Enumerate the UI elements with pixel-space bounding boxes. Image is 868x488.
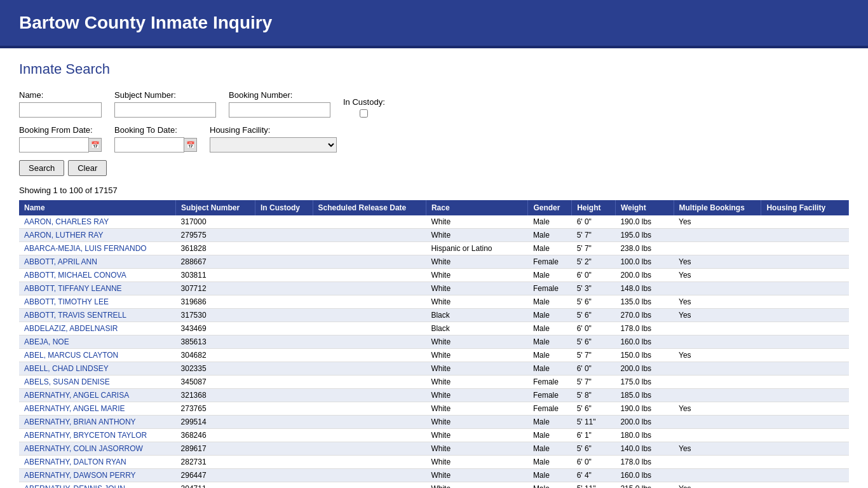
- inmate-link[interactable]: ABBOTT, MICHAEL CONOVA: [24, 271, 126, 280]
- page-title: Inmate Search: [19, 61, 849, 78]
- cell-height: 5' 6": [572, 295, 616, 309]
- housing-select[interactable]: [210, 137, 337, 152]
- inmate-link[interactable]: ABBOTT, TRAVIS SENTRELL: [24, 311, 126, 320]
- cell-custody: [255, 295, 313, 309]
- cell-multi: [674, 416, 761, 429]
- table-row: ABERNATHY, BRYCETON TAYLOR368246WhiteMal…: [19, 429, 849, 442]
- cell-housing: [761, 215, 849, 229]
- booking-from-label: Booking From Date:: [19, 125, 102, 135]
- booking-from-calendar-icon[interactable]: 📅: [89, 138, 102, 152]
- table-row: ABEL, MARCUS CLAYTON304682WhiteMale5' 7"…: [19, 349, 849, 362]
- inmate-link[interactable]: ABERNATHY, BRYCETON TAYLOR: [24, 431, 147, 440]
- cell-housing: [761, 282, 849, 295]
- inmate-link[interactable]: ABERNATHY, DENNIS JOHN: [24, 484, 125, 488]
- cell-race: White: [426, 402, 527, 416]
- table-row: ABERNATHY, DENNIS JOHN304711WhiteMale5' …: [19, 482, 849, 489]
- booking-to-calendar-icon[interactable]: 📅: [184, 138, 197, 152]
- cell-gender: Male: [528, 416, 572, 429]
- cell-custody: [255, 469, 313, 482]
- clear-button[interactable]: Clear: [68, 160, 107, 176]
- inmate-link[interactable]: ABBOTT, APRIL ANN: [24, 257, 97, 266]
- inmate-link[interactable]: ABERNATHY, DAWSON PERRY: [24, 471, 136, 480]
- cell-weight: 160.0 lbs: [615, 336, 674, 349]
- cell-release: [313, 456, 426, 469]
- cell-gender: Male: [528, 242, 572, 255]
- cell-subject: 303811: [176, 269, 255, 282]
- inmate-link[interactable]: ABDELAZIZ, ABDELNASIR: [24, 324, 118, 333]
- inmate-link[interactable]: ABEJA, NOE: [24, 337, 69, 346]
- cell-height: 5' 7": [572, 229, 616, 242]
- cell-race: White: [426, 482, 527, 489]
- booking-to-input[interactable]: [114, 137, 184, 152]
- cell-name: ABERNATHY, COLIN JASORROW: [19, 442, 176, 456]
- custody-group: In Custody:: [343, 97, 385, 118]
- cell-name: ABERNATHY, BRYCETON TAYLOR: [19, 429, 176, 442]
- subject-label: Subject Number:: [114, 90, 216, 100]
- inmate-link[interactable]: ABELS, SUSAN DENISE: [24, 377, 110, 386]
- cell-multi: Yes: [674, 349, 761, 362]
- cell-race: White: [426, 469, 527, 482]
- cell-housing: [761, 376, 849, 389]
- cell-release: [313, 295, 426, 309]
- cell-housing: [761, 229, 849, 242]
- cell-housing: [761, 336, 849, 349]
- cell-gender: Female: [528, 255, 572, 269]
- inmate-link[interactable]: ABERNATHY, ANGEL MARIE: [24, 404, 125, 413]
- cell-housing: [761, 469, 849, 482]
- inmate-link[interactable]: ABERNATHY, BRIAN ANTHONY: [24, 417, 136, 426]
- search-form: Name: Subject Number: Booking Number: In…: [19, 90, 849, 176]
- cell-custody: [255, 255, 313, 269]
- inmate-link[interactable]: ABERNATHY, COLIN JASORROW: [24, 444, 143, 453]
- inmate-link[interactable]: ABBOTT, TIFFANY LEANNE: [24, 284, 122, 293]
- table-row: ABERNATHY, ANGEL CARISA321368WhiteFemale…: [19, 389, 849, 402]
- inmate-link[interactable]: ABERNATHY, DALTON RYAN: [24, 458, 126, 466]
- cell-name: AARON, LUTHER RAY: [19, 229, 176, 242]
- cell-name: ABERNATHY, DAWSON PERRY: [19, 469, 176, 482]
- cell-custody: [255, 282, 313, 295]
- cell-subject: 319686: [176, 295, 255, 309]
- cell-height: 5' 6": [572, 336, 616, 349]
- name-input[interactable]: [19, 102, 102, 118]
- cell-release: [313, 389, 426, 402]
- inmate-link[interactable]: ABEL, MARCUS CLAYTON: [24, 351, 118, 360]
- search-button[interactable]: Search: [19, 160, 64, 176]
- cell-custody: [255, 242, 313, 255]
- cell-name: ABELS, SUSAN DENISE: [19, 376, 176, 389]
- cell-race: White: [426, 336, 527, 349]
- booking-from-input[interactable]: [19, 137, 89, 152]
- cell-weight: 100.0 lbs: [615, 255, 674, 269]
- cell-gender: Male: [528, 229, 572, 242]
- inmate-link[interactable]: ABELL, CHAD LINDSEY: [24, 364, 109, 373]
- inmate-link[interactable]: ABERNATHY, ANGEL CARISA: [24, 391, 129, 400]
- cell-release: [313, 442, 426, 456]
- cell-subject: 368246: [176, 429, 255, 442]
- cell-name: ABERNATHY, DENNIS JOHN: [19, 482, 176, 489]
- inmate-link[interactable]: AARON, LUTHER RAY: [24, 231, 103, 240]
- cell-weight: 178.0 lbs: [615, 322, 674, 336]
- booking-to-wrap: 📅: [114, 137, 197, 152]
- cell-release: [313, 416, 426, 429]
- cell-weight: 190.0 lbs: [615, 215, 674, 229]
- cell-gender: Male: [528, 429, 572, 442]
- cell-release: [313, 322, 426, 336]
- cell-height: 5' 11": [572, 416, 616, 429]
- inmate-link[interactable]: AARON, CHARLES RAY: [24, 217, 109, 226]
- custody-checkbox[interactable]: [360, 109, 368, 118]
- cell-name: ABBOTT, TIFFANY LEANNE: [19, 282, 176, 295]
- cell-weight: 200.0 lbs: [615, 362, 674, 376]
- site-title: Bartow County Inmate Inquiry: [19, 13, 849, 33]
- subject-input[interactable]: [114, 102, 216, 118]
- cell-height: 6' 4": [572, 469, 616, 482]
- table-row: ABELL, CHAD LINDSEY302335WhiteMale6' 0"2…: [19, 362, 849, 376]
- cell-custody: [255, 482, 313, 489]
- table-row: ABDELAZIZ, ABDELNASIR343469BlackMale6' 0…: [19, 322, 849, 336]
- inmate-link[interactable]: ABBOTT, TIMOTHY LEE: [24, 297, 109, 306]
- cell-housing: [761, 362, 849, 376]
- inmate-link[interactable]: ABARCA-MEJIA, LUIS FERNANDO: [24, 244, 147, 253]
- cell-weight: 148.0 lbs: [615, 282, 674, 295]
- cell-custody: [255, 269, 313, 282]
- cell-housing: [761, 309, 849, 322]
- cell-race: White: [426, 282, 527, 295]
- cell-subject: 307712: [176, 282, 255, 295]
- booking-input[interactable]: [229, 102, 330, 118]
